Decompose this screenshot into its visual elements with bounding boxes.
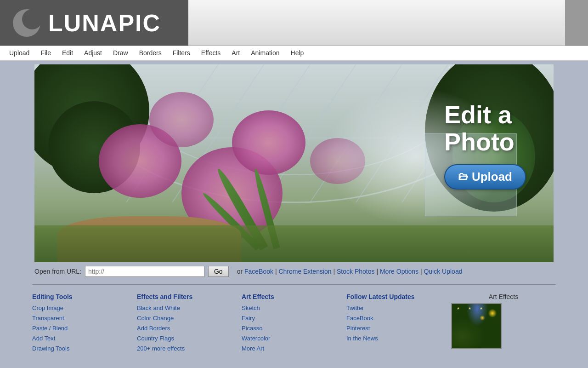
footer-col-social: Follow Latest Updates Twitter FaceBook P… <box>346 293 451 354</box>
hero-image: Edit a Photo 🗁 Upload <box>34 64 554 262</box>
logo-text: LUNAPIC <box>48 9 161 37</box>
country-flags-link[interactable]: Country Flags <box>137 334 242 344</box>
twitter-link[interactable]: Twitter <box>346 303 451 313</box>
in-the-news-link[interactable]: In the News <box>346 334 451 344</box>
url-input[interactable] <box>85 266 204 277</box>
add-borders-link[interactable]: Add Borders <box>137 323 242 334</box>
main-content: Edit a Photo 🗁 Upload Open from URL: Go … <box>0 64 588 358</box>
svg-point-2 <box>22 9 42 29</box>
more-options-link[interactable]: More Options <box>380 268 418 275</box>
editing-tools-heading: Editing Tools <box>32 293 137 300</box>
follow-updates-heading: Follow Latest Updates <box>346 293 451 300</box>
footer-col-editing: Editing Tools Crop Image Transparent Pas… <box>32 293 137 354</box>
logo-area: LUNAPIC <box>0 0 188 46</box>
crop-image-link[interactable]: Crop Image <box>32 303 137 313</box>
art-preview-heading: Art Effects <box>451 293 556 300</box>
sep2: | <box>334 268 337 275</box>
picasso-link[interactable]: Picasso <box>242 323 346 334</box>
facebook-link[interactable]: FaceBook <box>244 268 273 275</box>
go-button[interactable]: Go <box>208 266 229 277</box>
paste-blend-link[interactable]: Paste / Blend <box>32 323 137 334</box>
hero-title: Edit a Photo <box>444 101 526 156</box>
url-label: Open from URL: <box>34 268 81 275</box>
black-white-link[interactable]: Black and White <box>137 303 242 313</box>
nav-art[interactable]: Art <box>226 47 245 58</box>
nav-bar: Upload File Edit Adjust Draw Borders Fil… <box>0 46 588 61</box>
nav-filters[interactable]: Filters <box>167 47 196 58</box>
logo-moon-icon <box>9 6 44 40</box>
upload-button[interactable]: 🗁 Upload <box>444 164 526 190</box>
watercolor-link[interactable]: Watercolor <box>242 334 346 344</box>
nav-borders[interactable]: Borders <box>134 47 167 58</box>
header-right <box>188 0 588 46</box>
color-change-link[interactable]: Color Change <box>137 313 242 323</box>
add-text-link[interactable]: Add Text <box>32 334 137 344</box>
effects-filters-heading: Effects and Filters <box>137 293 242 300</box>
footer-col-effects: Effects and Filters Black and White Colo… <box>137 293 242 354</box>
folder-icon: 🗁 <box>458 171 468 183</box>
starry-night-image <box>452 304 502 349</box>
more-art-link[interactable]: More Art <box>242 344 346 354</box>
divider <box>32 284 556 285</box>
nav-upload[interactable]: Upload <box>4 47 35 58</box>
nav-effects[interactable]: Effects <box>196 47 226 58</box>
nav-adjust[interactable]: Adjust <box>79 47 107 58</box>
hero-text-area: Edit a Photo 🗁 Upload <box>444 101 526 190</box>
nav-help[interactable]: Help <box>285 47 310 58</box>
footer-links: Editing Tools Crop Image Transparent Pas… <box>0 288 588 358</box>
footer-col-art-preview: Art Effects <box>451 293 556 354</box>
header: LUNAPIC <box>0 0 588 46</box>
nav-animation[interactable]: Animation <box>245 47 285 58</box>
nav-edit[interactable]: Edit <box>57 47 79 58</box>
sep3: | <box>376 268 380 275</box>
stock-photos-link[interactable]: Stock Photos <box>337 268 375 275</box>
pinterest-link[interactable]: Pinterest <box>346 323 451 334</box>
quick-upload-link[interactable]: Quick Upload <box>424 268 462 275</box>
fairy-link[interactable]: Fairy <box>242 313 346 323</box>
sketch-link[interactable]: Sketch <box>242 303 346 313</box>
footer-col-art: Art Effects Sketch Fairy Picasso Waterco… <box>242 293 346 354</box>
facebook-follow-link[interactable]: FaceBook <box>346 313 451 323</box>
nav-draw[interactable]: Draw <box>107 47 134 58</box>
or-text: or <box>237 268 243 275</box>
more-effects-link[interactable]: 200+ more effects <box>137 344 242 354</box>
chrome-extension-link[interactable]: Chrome Extension <box>278 268 331 275</box>
header-corner <box>565 0 588 46</box>
ground-green <box>34 225 554 262</box>
flowers-4 <box>149 92 214 147</box>
transparent-link[interactable]: Transparent <box>32 313 137 323</box>
art-effects-heading: Art Effects <box>242 293 346 300</box>
flowers-3 <box>232 110 305 175</box>
art-preview-thumbnail[interactable] <box>451 303 502 349</box>
url-links-area: or FaceBook | Chrome Extension | Stock P… <box>237 268 463 275</box>
drawing-tools-link[interactable]: Drawing Tools <box>32 344 137 354</box>
url-bar: Open from URL: Go or FaceBook | Chrome E… <box>0 262 588 281</box>
nav-file[interactable]: File <box>35 47 57 58</box>
